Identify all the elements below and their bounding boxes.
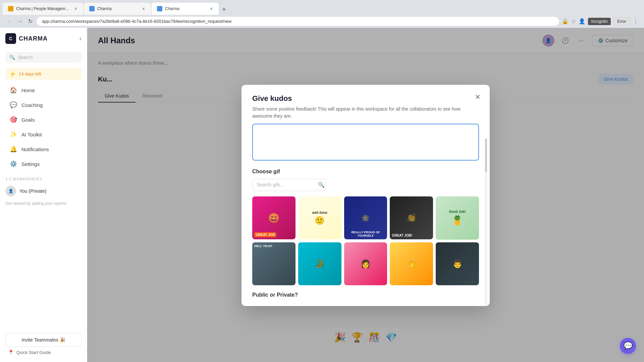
gif-search-icon: 🔍	[318, 182, 325, 188]
quick-start-guide[interactable]: 📍 Quick Start Guide	[5, 347, 82, 358]
modal-scrollbar[interactable]	[485, 138, 487, 306]
tab-close-1[interactable]: ×	[74, 5, 78, 12]
sidebar-header: C CHARMA ‹	[0, 28, 87, 49]
app-container: C CHARMA ‹ 🔍 ⚡ 14 days left 🏠 Home 💬 Coa…	[0, 28, 644, 362]
search-bar[interactable]: 🔍	[5, 52, 82, 63]
gif-item-5[interactable]: Good Job! 🍍	[436, 196, 479, 240]
trial-badge: ⚡ 14 days left	[5, 68, 82, 80]
tab-title-3: Charma	[165, 6, 207, 11]
gif-search-input[interactable]	[257, 182, 315, 187]
invite-teammates-button[interactable]: Invite Teammates 🎉	[5, 333, 82, 347]
browser-chrome: Charma | People Management S... × Charma…	[0, 0, 644, 28]
main-content-area: All Hands 👤 🕐 ··· ⚙️ Customize A workpla…	[87, 28, 644, 362]
tab-close-2[interactable]: ×	[142, 5, 146, 12]
gif-section-label: Choose gif	[252, 169, 479, 175]
modal-close-button[interactable]: ✕	[472, 92, 483, 102]
quick-start-icon: 📍	[8, 350, 14, 355]
tab-title-1: Charma | People Management S...	[16, 6, 71, 11]
gif-item-2[interactable]: well done 🙂	[298, 196, 341, 240]
search-input[interactable]	[18, 55, 77, 60]
tab-favicon-2	[89, 6, 95, 11]
sidebar-toggle-button[interactable]: ‹	[79, 35, 82, 42]
gif-item-3[interactable]: REALLY PROUD OF YOURSELF 🌟	[344, 196, 387, 240]
gif-9-content: 👏	[407, 259, 417, 268]
browser-actions: 🔒 ☆ 👤 Incognito Error ⋮	[562, 17, 639, 25]
public-private-section: Public or Private?	[252, 292, 479, 298]
back-button[interactable]: ←	[5, 17, 13, 26]
sidebar: C CHARMA ‹ 🔍 ⚡ 14 days left 🏠 Home 💬 Coa…	[0, 28, 87, 362]
gif-section: Choose gif 🔍 GREAT JOB	[252, 169, 479, 286]
sidebar-item-ai-toolkit-label: AI Toolkit	[21, 132, 42, 137]
gif-item-10[interactable]: 👨	[436, 242, 479, 286]
get-started-text: Get started by adding your reports	[0, 200, 87, 208]
tab-favicon-1	[8, 6, 13, 11]
logo-icon: C	[5, 33, 16, 44]
workspace-avatar: 👤	[5, 186, 16, 196]
tab-title-2: Charma	[97, 6, 139, 11]
sidebar-item-settings-label: Settings	[21, 161, 40, 167]
home-icon: 🏠	[9, 86, 17, 94]
workspaces-section-label: 1:1 Workspaces	[0, 174, 87, 182]
gif-item-8[interactable]: 👩	[344, 242, 387, 286]
extension-icon[interactable]: 🔒	[562, 18, 569, 24]
sidebar-item-settings[interactable]: ⚙️ Settings	[3, 157, 84, 171]
tab-favicon-3	[157, 6, 162, 11]
gif-7-content: 🐊	[315, 259, 325, 268]
sidebar-item-goals-label: Goals	[21, 117, 35, 123]
kudos-message-textarea[interactable]	[252, 124, 479, 161]
reload-button[interactable]: ↻	[27, 17, 34, 26]
public-private-label: Public or Private?	[252, 292, 298, 298]
gif-item-9[interactable]: 👏	[390, 242, 433, 286]
modal-description: Share some positive feedback! This will …	[252, 106, 479, 120]
quick-start-label: Quick Start Guide	[16, 350, 51, 355]
address-bar: ← → ↻ 🔒 ☆ 👤 Incognito Error ⋮	[0, 15, 644, 28]
goals-icon: 🎯	[9, 116, 17, 123]
trial-icon: ⚡	[9, 71, 16, 77]
gif-2-label: well done	[312, 211, 327, 215]
tab-1[interactable]: Charma | People Management S... ×	[3, 3, 83, 15]
forward-button[interactable]: →	[16, 17, 24, 26]
search-icon: 🔍	[9, 55, 15, 60]
gif-8-content: 👩	[361, 259, 371, 268]
coaching-icon: 💬	[9, 101, 17, 109]
tab-2[interactable]: Charma ×	[84, 3, 151, 15]
chat-support-button[interactable]: 💬	[620, 338, 636, 354]
menu-dots-icon[interactable]: ⋮	[633, 18, 639, 25]
modal-body: Choose gif 🔍 GREAT JOB	[241, 124, 490, 306]
bookmark-icon[interactable]: ☆	[571, 18, 576, 24]
gif-grid: GREAT JOB 😄 well done 🙂	[252, 196, 479, 286]
url-input[interactable]	[37, 17, 559, 26]
tab-3[interactable]: Charma ×	[152, 3, 219, 15]
sidebar-item-notifications[interactable]: 🔔 Notifications	[3, 142, 84, 156]
modal-header: Give kudos Share some positive feedback!…	[241, 85, 490, 124]
new-tab-button[interactable]: +	[219, 4, 229, 15]
logo-text: CHARMA	[19, 35, 48, 42]
gif-item-4[interactable]: GREAT JOB! 👏	[390, 196, 433, 240]
sidebar-item-home[interactable]: 🏠 Home	[3, 83, 84, 97]
notifications-icon: 🔔	[9, 145, 17, 153]
sidebar-item-ai-toolkit[interactable]: ✨ AI Toolkit	[3, 127, 84, 141]
private-workspace-item[interactable]: 👤 You (Private)	[0, 182, 87, 200]
error-badge[interactable]: Error	[613, 17, 630, 25]
gif-item-1[interactable]: GREAT JOB 😄	[252, 196, 296, 240]
private-workspace-name: You (Private)	[19, 188, 46, 194]
sidebar-item-coaching-label: Coaching	[21, 102, 43, 108]
profile-icon[interactable]: 👤	[579, 18, 585, 24]
trial-text: 14 days left	[19, 71, 41, 76]
settings-icon: ⚙️	[9, 160, 17, 168]
ai-toolkit-icon: ✨	[9, 131, 17, 138]
modal-overlay[interactable]: Give kudos Share some positive feedback!…	[87, 28, 644, 362]
sidebar-bottom: Invite Teammates 🎉 📍 Quick Start Guide	[0, 327, 87, 362]
gif-search-container: 🔍	[252, 179, 326, 191]
gif-item-7[interactable]: 🐊	[298, 242, 341, 286]
sidebar-item-coaching[interactable]: 💬 Coaching	[3, 98, 84, 112]
tab-bar: Charma | People Management S... × Charma…	[0, 0, 644, 15]
give-kudos-modal: Give kudos Share some positive feedback!…	[241, 85, 490, 306]
sidebar-item-notifications-label: Notifications	[21, 146, 49, 152]
gif-item-6[interactable]: HELL YEAH!	[252, 242, 296, 286]
gif-10-content: 👨	[452, 259, 463, 268]
tab-close-3[interactable]: ×	[209, 5, 213, 12]
logo: C CHARMA	[5, 33, 48, 44]
sidebar-item-goals[interactable]: 🎯 Goals	[3, 113, 84, 127]
gif-5-label: Good Job!	[449, 210, 466, 214]
